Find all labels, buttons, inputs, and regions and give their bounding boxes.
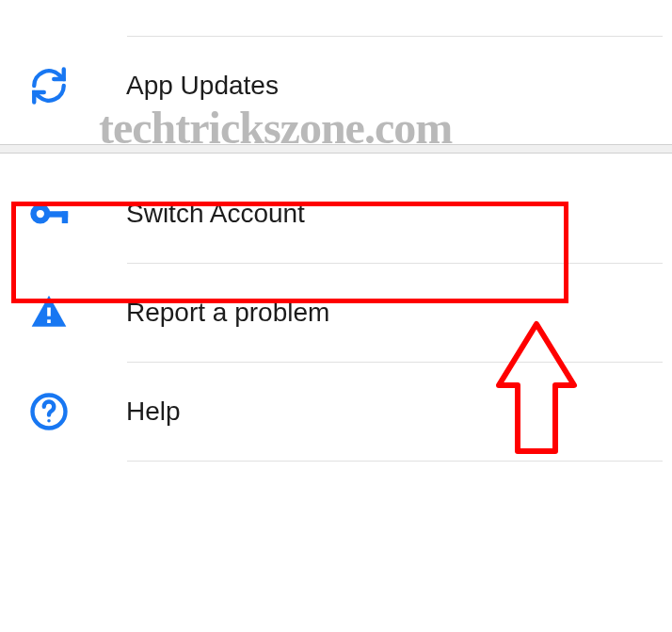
help-icon	[26, 389, 72, 434]
refresh-icon	[26, 63, 72, 108]
svg-rect-2	[62, 211, 68, 223]
menu-item-switch-account[interactable]: Switch Account	[0, 165, 672, 263]
svg-point-6	[47, 419, 51, 423]
menu-label: Switch Account	[126, 199, 305, 229]
menu-item-report-problem[interactable]: Report a problem	[0, 264, 672, 362]
section-separator	[0, 144, 672, 154]
warning-icon	[26, 290, 72, 335]
svg-rect-3	[47, 308, 51, 316]
menu-label: App Updates	[126, 71, 279, 101]
bottom-section: Switch Account Report a problem Help	[0, 154, 672, 462]
key-icon	[26, 191, 72, 236]
svg-rect-4	[47, 319, 51, 323]
menu-item-help[interactable]: Help	[0, 363, 672, 461]
top-section: App Updates	[0, 36, 672, 144]
divider	[127, 461, 663, 462]
menu-item-app-updates[interactable]: App Updates	[0, 37, 672, 135]
menu-label: Report a problem	[126, 298, 329, 328]
svg-point-0	[34, 207, 48, 221]
menu-label: Help	[126, 397, 181, 427]
